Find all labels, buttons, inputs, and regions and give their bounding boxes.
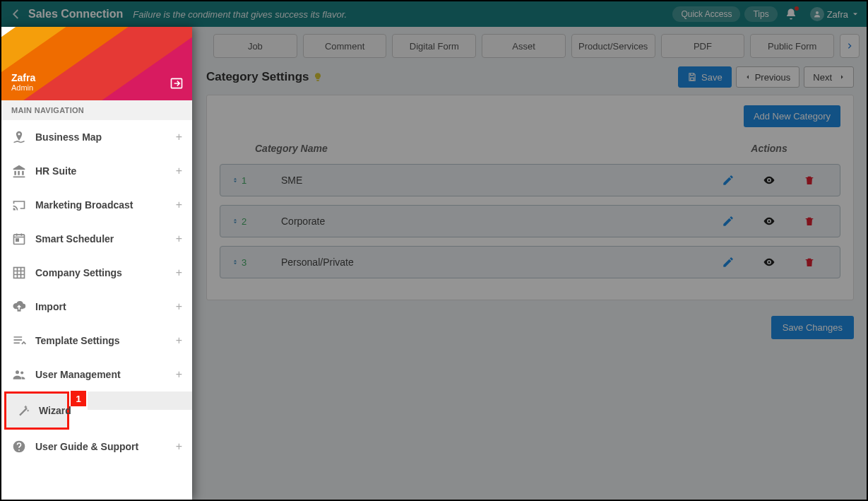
lightbulb-icon[interactable] bbox=[313, 72, 323, 82]
sidebar-item-user-management[interactable]: User Management + bbox=[1, 358, 192, 391]
row-name: Corporate bbox=[267, 216, 708, 227]
quick-access-button[interactable]: Quick Access bbox=[672, 6, 740, 22]
chevron-left-icon bbox=[745, 73, 751, 81]
list-icon bbox=[11, 333, 27, 348]
users-icon bbox=[11, 367, 27, 382]
sort-handle-icon[interactable] bbox=[232, 257, 239, 267]
user-menu[interactable]: Zafra bbox=[804, 7, 860, 21]
sidebar-item-user-guide[interactable]: User Guide & Support + bbox=[1, 430, 192, 464]
tab-comment[interactable]: Comment bbox=[303, 34, 387, 58]
callout-badge: 1 bbox=[71, 391, 86, 406]
edit-icon[interactable] bbox=[722, 215, 735, 228]
previous-button[interactable]: Previous bbox=[736, 66, 800, 88]
tab-public-form[interactable]: Public Form bbox=[750, 34, 834, 58]
row-order[interactable]: 3 bbox=[232, 257, 267, 268]
brand-title: Sales Connection bbox=[28, 8, 123, 20]
save-changes-button[interactable]: Save Changes bbox=[771, 316, 854, 339]
sort-handle-icon[interactable] bbox=[232, 216, 239, 226]
next-label: Next bbox=[813, 72, 832, 83]
expand-icon: + bbox=[176, 368, 182, 381]
table-row: 3 Personal/Private bbox=[220, 246, 840, 278]
notification-bell-icon[interactable] bbox=[785, 8, 797, 20]
expand-icon: + bbox=[176, 199, 182, 211]
save-button[interactable]: Save bbox=[678, 66, 732, 88]
eye-icon[interactable] bbox=[762, 256, 776, 269]
trash-icon[interactable] bbox=[804, 256, 815, 269]
back-arrow-icon[interactable] bbox=[10, 8, 23, 20]
sidebar-user-name: Zafra bbox=[11, 72, 35, 83]
sidebar-item-label: Smart Scheduler bbox=[35, 233, 176, 244]
collapse-sidebar-icon[interactable] bbox=[170, 76, 184, 90]
svg-point-6 bbox=[20, 371, 23, 374]
help-icon bbox=[11, 439, 27, 454]
eye-icon[interactable] bbox=[762, 215, 776, 228]
sidebar: Zafra Admin MAIN NAVIGATION Business Map… bbox=[1, 27, 192, 500]
expand-icon: + bbox=[176, 266, 182, 279]
sidebar-item-marketing-broadcast[interactable]: Marketing Broadcast + bbox=[1, 188, 192, 222]
tabs-scroll-right-icon[interactable] bbox=[840, 34, 860, 58]
wand-icon bbox=[16, 403, 30, 418]
sidebar-item-hr-suite[interactable]: HR Suite + bbox=[1, 154, 192, 188]
save-icon bbox=[687, 72, 697, 82]
sidebar-item-label: Company Settings bbox=[35, 267, 176, 278]
cloud-upload-icon bbox=[11, 299, 27, 314]
calendar-icon bbox=[11, 231, 27, 247]
sidebar-item-label: Template Settings bbox=[35, 335, 176, 346]
col-category-name: Category Name bbox=[255, 143, 709, 154]
tab-pdf[interactable]: PDF bbox=[661, 34, 745, 58]
edit-icon[interactable] bbox=[722, 256, 735, 269]
trash-icon[interactable] bbox=[804, 215, 815, 228]
trash-icon[interactable] bbox=[804, 174, 815, 187]
sidebar-item-label: User Management bbox=[35, 369, 176, 380]
previous-label: Previous bbox=[755, 72, 791, 83]
svg-rect-3 bbox=[16, 239, 18, 241]
user-name: Zafra bbox=[827, 9, 848, 20]
sidebar-item-company-settings[interactable]: Company Settings + bbox=[1, 256, 192, 290]
sidebar-item-label: HR Suite bbox=[35, 165, 176, 177]
row-name: SME bbox=[267, 175, 708, 186]
map-pin-icon bbox=[11, 129, 27, 145]
category-card: Add New Category Category Name Actions 1… bbox=[206, 95, 854, 300]
sidebar-item-label: Marketing Broadcast bbox=[35, 199, 176, 211]
row-order[interactable]: 1 bbox=[232, 175, 267, 186]
row-name: Personal/Private bbox=[267, 257, 708, 268]
cast-icon bbox=[11, 197, 27, 213]
sort-handle-icon[interactable] bbox=[232, 175, 239, 185]
svg-rect-4 bbox=[14, 268, 25, 278]
table-row: 1 SME bbox=[220, 164, 840, 196]
top-header: Sales Connection Failure is the condimen… bbox=[1, 1, 867, 27]
expand-icon: + bbox=[176, 334, 182, 347]
nav-section-title: MAIN NAVIGATION bbox=[1, 100, 192, 120]
tab-product-services[interactable]: Product/Services bbox=[571, 34, 655, 58]
eye-icon[interactable] bbox=[762, 174, 776, 187]
sidebar-item-template-settings[interactable]: Template Settings + bbox=[1, 324, 192, 358]
chevron-right-icon bbox=[839, 73, 845, 81]
next-button[interactable]: Next bbox=[804, 66, 854, 88]
edit-icon[interactable] bbox=[722, 174, 735, 187]
save-label: Save bbox=[701, 72, 723, 83]
table-row: 2 Corporate bbox=[220, 205, 840, 237]
col-actions: Actions bbox=[709, 143, 829, 154]
svg-point-5 bbox=[16, 370, 19, 374]
sidebar-item-wizard-bg bbox=[88, 391, 192, 410]
sidebar-item-smart-scheduler[interactable]: Smart Scheduler + bbox=[1, 222, 192, 256]
tips-button[interactable]: Tips bbox=[744, 6, 777, 22]
sidebar-hero: Zafra Admin bbox=[1, 27, 192, 100]
header-tagline: Failure is the condiment that gives succ… bbox=[133, 9, 668, 20]
sidebar-user-role: Admin bbox=[11, 83, 35, 92]
sidebar-item-import[interactable]: Import + bbox=[1, 290, 192, 324]
expand-icon: + bbox=[176, 232, 182, 245]
sidebar-item-label: Wizard bbox=[39, 405, 71, 416]
chevron-down-icon bbox=[851, 10, 860, 18]
page-title: Category Settings bbox=[206, 70, 309, 84]
bank-icon bbox=[11, 163, 27, 179]
row-order[interactable]: 2 bbox=[232, 216, 267, 227]
tab-asset[interactable]: Asset bbox=[482, 34, 566, 58]
sidebar-item-business-map[interactable]: Business Map + bbox=[1, 120, 192, 154]
add-new-category-button[interactable]: Add New Category bbox=[744, 105, 840, 127]
tab-job[interactable]: Job bbox=[213, 34, 297, 58]
table-header: Category Name Actions bbox=[220, 137, 840, 164]
sidebar-item-wizard[interactable]: Wizard bbox=[4, 391, 69, 430]
expand-icon: + bbox=[176, 165, 182, 177]
tab-digital-form[interactable]: Digital Form bbox=[392, 34, 476, 58]
